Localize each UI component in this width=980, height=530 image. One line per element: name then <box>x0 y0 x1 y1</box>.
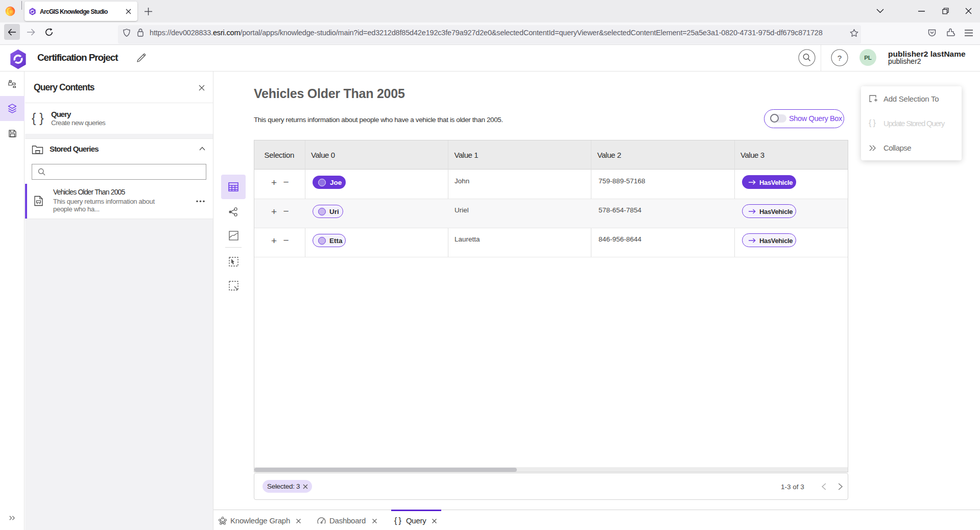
svg-text:?: ? <box>838 54 842 62</box>
